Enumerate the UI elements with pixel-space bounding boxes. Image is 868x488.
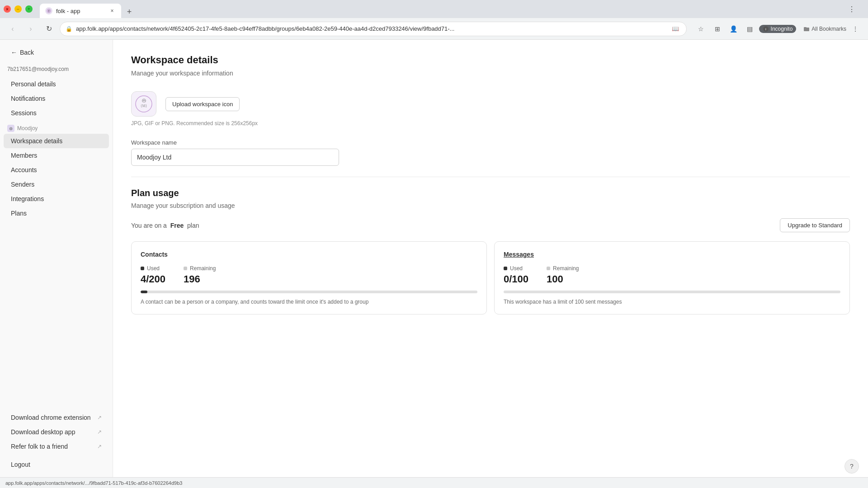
sidebar-toggle-button[interactable]: ▤ [743, 22, 757, 36]
browser-settings-button[interactable]: ⋮ [844, 2, 859, 16]
window-minimize-button[interactable]: − [14, 5, 22, 13]
workspace-icon-row: ⓜ ⟨M⟩ Upload workspace icon [131, 91, 850, 117]
svg-text:i: i [765, 27, 766, 31]
main-content: Workspace details Manage your workspace … [113, 40, 868, 477]
new-tab-button[interactable]: + [123, 5, 136, 18]
bookmarks-label: All Bookmarks [811, 26, 846, 32]
incognito-badge: i Incognito [759, 25, 797, 33]
messages-remaining-label: Remaining [547, 265, 579, 272]
logout-label: Logout [11, 461, 30, 468]
workspace-name-label: Workspace name [131, 139, 850, 146]
sidebar-item-download-chrome[interactable]: Download chrome extension ↗ [4, 410, 109, 425]
reader-mode-button[interactable]: 📖 [670, 23, 681, 34]
profile-button[interactable]: 👤 [726, 22, 741, 36]
plan-text: You are on a Free plan [131, 222, 199, 229]
sidebar-item-integrations[interactable]: Integrations [4, 192, 109, 206]
minimize-icon: − [17, 7, 19, 12]
contacts-remaining-label: Remaining [184, 265, 216, 272]
external-link-icon-2: ↗ [97, 429, 102, 435]
refer-friend-label: Refer folk to a friend [11, 443, 68, 450]
workspace-name-input[interactable] [131, 149, 339, 166]
messages-used-stat: Used 0/100 [504, 265, 528, 285]
workspace-logo-small: ⊛ [7, 125, 14, 132]
address-bar-actions: 📖 [670, 23, 681, 34]
messages-link[interactable]: Messages [504, 251, 534, 258]
external-link-icon-3: ↗ [97, 443, 102, 450]
contacts-usage-fill [141, 291, 147, 293]
svg-text:f: f [48, 9, 49, 13]
contacts-usage-stats: Used 4/200 Remaining 196 [141, 265, 477, 285]
contacts-card-note: A contact can be a person or a company, … [141, 299, 477, 305]
workspace-logo-svg: ⓜ ⟨M⟩ [135, 95, 153, 113]
remaining-dot [184, 267, 187, 270]
more-options-button[interactable]: ⋮ [848, 22, 863, 36]
messages-used-value: 0/100 [504, 273, 528, 285]
browser-window: × − + f folk - app × + ⋮ ‹ › [0, 0, 868, 488]
sidebar-item-members[interactable]: Members [4, 148, 109, 163]
personal-details-label: Personal details [11, 80, 56, 88]
window-maximize-button[interactable]: + [25, 5, 33, 13]
sidebar-item-personal-details[interactable]: Personal details [4, 77, 109, 91]
contacts-used-stat: Used 4/200 [141, 265, 165, 285]
window-close-button[interactable]: × [4, 5, 11, 13]
sessions-label: Sessions [11, 109, 37, 117]
help-button[interactable]: ? [844, 459, 859, 474]
contacts-remaining-stat: Remaining 196 [184, 265, 216, 285]
toolbar-right: ☆ ⊞ 👤 ▤ i Incognito All Bookmarks ⋮ [694, 22, 863, 36]
download-desktop-label: Download desktop app [11, 428, 75, 436]
upgrade-button[interactable]: Upgrade to Standard [780, 218, 850, 232]
back-label: Back [20, 49, 34, 56]
svg-text:⟨M⟩: ⟨M⟩ [141, 104, 146, 108]
bookmark-button[interactable]: ☆ [694, 22, 708, 36]
sidebar-item-workspace-details[interactable]: Workspace details [4, 134, 109, 148]
svg-rect-5 [804, 27, 807, 28]
sidebar-item-refer-friend[interactable]: Refer folk to a friend ↗ [4, 439, 109, 454]
contacts-remaining-value: 196 [184, 273, 216, 285]
senders-label: Senders [11, 181, 34, 188]
tab-close-button[interactable]: × [108, 7, 116, 14]
messages-usage-stats: Used 0/100 Remaining 100 [504, 265, 840, 285]
browser-titlebar: × − + f folk - app × + ⋮ [0, 0, 868, 18]
refresh-button[interactable]: ↻ [42, 22, 56, 36]
messages-usage-bar [504, 291, 840, 293]
sidebar-item-logout[interactable]: Logout [4, 457, 109, 472]
maximize-icon: + [28, 7, 30, 11]
status-bar: app.folk.app/apps/contacts/network/.../9… [0, 477, 868, 488]
plan-header: You are on a Free plan Upgrade to Standa… [131, 218, 850, 232]
url-display: app.folk.app/apps/contacts/network/4f652… [76, 25, 666, 32]
active-tab[interactable]: f folk - app × [40, 4, 121, 18]
tab-favicon: f [45, 7, 52, 14]
contacts-usage-card: Contacts Used 4/200 Remai [131, 241, 487, 314]
forward-button[interactable]: › [24, 22, 38, 36]
upload-icon-button[interactable]: Upload workspace icon [165, 97, 240, 111]
back-button[interactable]: ‹ [5, 22, 20, 36]
tab-title: folk - app [56, 8, 105, 14]
plan-text-prefix: You are on a [131, 222, 167, 229]
sidebar-item-sessions[interactable]: Sessions [4, 106, 109, 120]
sidebar-item-senders[interactable]: Senders [4, 177, 109, 192]
browser-toolbar: ‹ › ↻ 🔒 app.folk.app/apps/contacts/netwo… [0, 18, 868, 40]
messages-card-note: This workspace has a limit of 100 sent m… [504, 299, 840, 305]
sidebar-item-plans[interactable]: Plans [4, 206, 109, 221]
external-link-icon: ↗ [97, 414, 102, 421]
window-controls: × − + [4, 5, 33, 13]
page-title: Workspace details [131, 54, 850, 66]
sidebar-item-notifications[interactable]: Notifications [4, 91, 109, 106]
workspace-details-label: Workspace details [11, 137, 62, 145]
sidebar-item-download-desktop[interactable]: Download desktop app ↗ [4, 425, 109, 439]
back-button[interactable]: ← Back [4, 45, 109, 60]
plans-label: Plans [11, 210, 27, 217]
address-bar[interactable]: 🔒 app.folk.app/apps/contacts/network/4f6… [60, 22, 687, 36]
contacts-used-label: Used [141, 265, 165, 272]
workspace-section-label: ⊛ Moodjoy [0, 120, 113, 134]
plan-usage-title: Plan usage [131, 188, 850, 198]
sidebar-item-accounts[interactable]: Accounts [4, 163, 109, 177]
sidebar: ← Back 7b217651@moodjoy.com Personal det… [0, 40, 113, 477]
bookmarks-bar: All Bookmarks [803, 26, 846, 32]
extensions-button[interactable]: ⊞ [710, 22, 725, 36]
usage-cards: Contacts Used 4/200 Remai [131, 241, 850, 314]
workspace-name-label: Moodjoy [17, 125, 38, 131]
tab-bar: f folk - app × + [40, 0, 136, 18]
integrations-label: Integrations [11, 195, 44, 202]
plan-text-suffix: plan [187, 222, 199, 229]
